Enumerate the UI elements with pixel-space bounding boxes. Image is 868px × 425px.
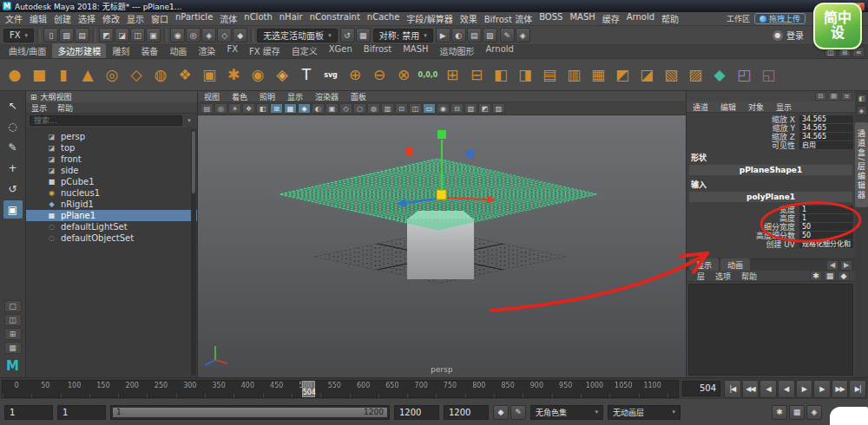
- render-settings-icon[interactable]: ▤: [467, 28, 482, 42]
- shaded-mode-icon[interactable]: ⊡: [395, 103, 408, 114]
- shelf-tab-XGen[interactable]: XGen: [324, 43, 358, 58]
- layout-four-pane[interactable]: ⊞: [4, 328, 22, 340]
- shelf-icon-multi-cut[interactable]: ▥: [562, 62, 586, 88]
- shelf-tab-动画[interactable]: 动画: [164, 43, 192, 58]
- layer-list-area[interactable]: [688, 284, 853, 376]
- active-panel-field[interactable]: 无选定活动面板: [257, 29, 338, 42]
- snap-grid-icon[interactable]: ◉: [170, 28, 185, 42]
- shelf-icon-project-curve[interactable]: ◰: [732, 62, 756, 88]
- new-layer-icon[interactable]: ✱: [810, 271, 822, 281]
- search-filter-icon[interactable]: ▾: [185, 117, 194, 124]
- shelf-icon-spin-edge[interactable]: ▨: [683, 62, 707, 88]
- textured-mode-icon[interactable]: ◫: [409, 103, 422, 114]
- outliner-menu-display[interactable]: 显示: [26, 102, 52, 114]
- select-object-icon[interactable]: ◪: [115, 28, 129, 42]
- safe-title-icon[interactable]: ◍: [367, 103, 380, 114]
- shelf-icon-reduce[interactable]: ▧: [659, 62, 683, 88]
- shelf-tab-装备[interactable]: 装备: [135, 43, 163, 58]
- menu-Bifrost 流体[interactable]: Bifrost 流体: [481, 12, 536, 25]
- go-to-start-button[interactable]: |◀: [724, 380, 741, 398]
- lock-camera-icon[interactable]: ◎: [214, 103, 227, 114]
- channelbox-menu-显示[interactable]: 显示: [770, 101, 798, 113]
- new-layer-from-selected-icon[interactable]: ▦: [824, 271, 836, 281]
- rotate-tool[interactable]: ↺: [3, 180, 23, 198]
- shelf-tab-FX[interactable]: FX: [221, 43, 243, 58]
- shelf-icon-poly-pipe[interactable]: ▣: [197, 62, 221, 88]
- ambient-occlusion-icon[interactable]: ⊟: [450, 103, 464, 114]
- scale-tool[interactable]: ▣: [3, 200, 23, 219]
- film-gate-icon[interactable]: ◈: [298, 103, 311, 114]
- attribute-value[interactable]: 规格化细分化和: [799, 240, 853, 248]
- anim-layer-dropdown[interactable]: 无动画层: [608, 405, 681, 420]
- grid-toggle-icon[interactable]: ▦: [284, 103, 297, 114]
- shelf-icon-extrude[interactable]: ◧: [489, 62, 513, 88]
- shelf-tab-自定义[interactable]: 自定义: [286, 43, 323, 58]
- menu-nCache[interactable]: nCache: [364, 12, 403, 25]
- x-plane-handle[interactable]: [405, 147, 413, 155]
- menu-流体[interactable]: 流体: [216, 12, 240, 25]
- shelf-tab-FX 缓存[interactable]: FX 缓存: [244, 43, 286, 58]
- list-inputs-icon[interactable]: ▦: [356, 28, 371, 42]
- bookmarks-icon[interactable]: ❖: [242, 103, 255, 114]
- shelf-icon-poly-sphere[interactable]: ●: [3, 62, 27, 88]
- attribute-value[interactable]: 1: [799, 206, 853, 213]
- prev-layer-tab-icon[interactable]: ◀: [826, 260, 838, 271]
- animation-start-field[interactable]: 1: [4, 405, 53, 420]
- shelf-tab-雕刻[interactable]: 雕刻: [107, 43, 135, 58]
- highlight-mode-icon[interactable]: ▣: [146, 28, 161, 42]
- tool-settings-toggle-icon[interactable]: ▤: [828, 92, 839, 101]
- channel-box-dock-tab[interactable]: 通道盒/层编辑器: [855, 122, 868, 207]
- shelf-icon-poly-super-shape[interactable]: ◈: [270, 62, 294, 88]
- play-forwards-button[interactable]: ▶: [796, 380, 813, 398]
- scrollbar-thumb[interactable]: [192, 131, 195, 193]
- display-layer-icon[interactable]: ▧: [483, 28, 497, 42]
- attribute-editor-toggle-icon[interactable]: ⊟: [815, 92, 826, 101]
- shelf-icon-smooth[interactable]: ◪: [635, 62, 659, 88]
- new-scene-icon[interactable]: ▯: [43, 28, 58, 42]
- outliner-item-persp[interactable]: ◪persp: [26, 131, 197, 142]
- attribute-value[interactable]: 50: [799, 232, 853, 239]
- range-slider-handle[interactable]: 1 1200: [113, 408, 387, 417]
- layer-menu-层[interactable]: 层: [692, 271, 710, 282]
- paint-select-tool[interactable]: ✎: [3, 138, 23, 156]
- preferences-hammer-icon[interactable]: ✱: [772, 405, 787, 420]
- attribute-value[interactable]: 34.565: [799, 133, 853, 141]
- shelf-icon-bevel[interactable]: ◨: [513, 62, 537, 88]
- menu-选择[interactable]: 选择: [75, 12, 99, 25]
- channelbox-menu-通道[interactable]: 通道: [687, 101, 714, 113]
- menuset-dropdown[interactable]: FX: [3, 29, 34, 42]
- open-scene-icon[interactable]: ▨: [59, 28, 74, 42]
- snap-view-icon[interactable]: ◆: [233, 28, 247, 42]
- menu-修改[interactable]: 修改: [99, 12, 123, 25]
- resolution-gate-icon[interactable]: ◐: [312, 103, 325, 114]
- hypershade-icon[interactable]: ◈: [516, 28, 530, 42]
- shelf-icon-boolean-intersection[interactable]: ⊗: [391, 62, 416, 88]
- menu-显示[interactable]: 显示: [123, 12, 148, 25]
- workspace-label[interactable]: 工作区: [727, 13, 750, 24]
- layout-single[interactable]: □: [4, 300, 22, 312]
- statusline-separator[interactable]: [250, 29, 254, 42]
- viewport-menu-着色[interactable]: 着色: [226, 91, 253, 102]
- z-plane-handle[interactable]: [466, 150, 474, 158]
- statusline-separator[interactable]: [163, 29, 168, 42]
- viewport-menu-面板[interactable]: 面板: [345, 91, 372, 102]
- layer-menu-帮助[interactable]: 帮助: [736, 271, 762, 282]
- snap-plane-icon[interactable]: ◇: [217, 28, 232, 42]
- outliner-item-side[interactable]: ◪side: [26, 165, 197, 176]
- play-backwards-button[interactable]: ◀: [778, 380, 795, 398]
- menu-Arnold[interactable]: Arnold: [623, 12, 658, 25]
- go-to-end-button[interactable]: ▶|: [849, 380, 866, 398]
- viewport-menu-显示[interactable]: 显示: [281, 91, 309, 102]
- pplane1-object[interactable]: [279, 159, 598, 231]
- menu-效果[interactable]: 效果: [457, 12, 481, 25]
- lasso-select-tool[interactable]: ◌: [3, 117, 23, 135]
- shelf-tab-Arnold[interactable]: Arnold: [481, 43, 519, 58]
- range-slider-track[interactable]: 1 1200: [110, 405, 390, 420]
- ipr-render-icon[interactable]: ◐: [451, 28, 466, 42]
- 2d-pan-zoom-icon[interactable]: ⊞: [270, 103, 283, 114]
- viewport-menu-视图[interactable]: 视图: [198, 91, 226, 102]
- shelf-icon-target-weld[interactable]: ◆: [707, 62, 732, 88]
- dock-icon[interactable]: ◧: [857, 94, 867, 103]
- shelf-tab-曲线/曲面[interactable]: 曲线/曲面: [3, 43, 51, 58]
- image-plane-icon[interactable]: ◧: [256, 103, 269, 114]
